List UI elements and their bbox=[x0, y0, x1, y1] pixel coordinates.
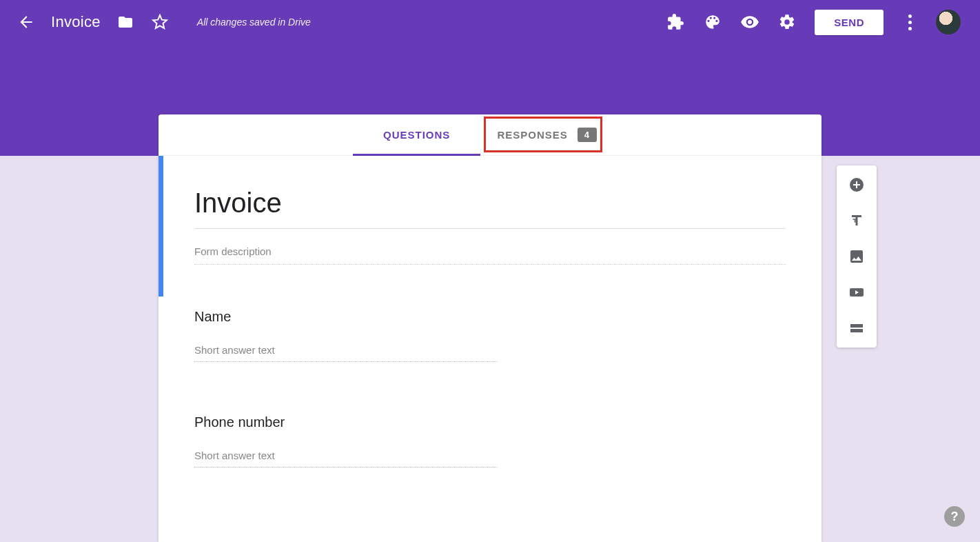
question-answer-placeholder: Short answer text bbox=[194, 341, 498, 362]
add-title-icon[interactable] bbox=[848, 212, 865, 229]
add-image-icon[interactable] bbox=[848, 248, 865, 265]
user-avatar[interactable] bbox=[936, 10, 961, 34]
preview-eye-icon[interactable] bbox=[740, 12, 759, 32]
question-title: Phone number bbox=[194, 414, 786, 430]
floating-toolbar bbox=[837, 165, 877, 348]
top-toolbar: Invoice All changes saved in Drive SEND bbox=[0, 0, 980, 44]
responses-count-badge: 4 bbox=[578, 128, 597, 142]
toolbar-right: SEND bbox=[666, 10, 980, 35]
addons-puzzle-icon[interactable] bbox=[666, 12, 685, 32]
form-description-input[interactable] bbox=[194, 229, 786, 265]
question-block[interactable]: Name Short answer text bbox=[159, 288, 821, 369]
settings-gear-icon[interactable] bbox=[777, 12, 797, 32]
svg-rect-2 bbox=[850, 329, 863, 332]
add-video-icon[interactable] bbox=[848, 284, 865, 301]
palette-icon[interactable] bbox=[703, 12, 722, 32]
form-title-input[interactable] bbox=[194, 183, 786, 229]
form-card: QUESTIONS RESPONSES 4 Name Short answer … bbox=[159, 114, 821, 542]
star-icon[interactable] bbox=[150, 12, 170, 32]
toolbar-left: Invoice All changes saved in Drive bbox=[0, 12, 311, 32]
form-tabs: QUESTIONS RESPONSES 4 bbox=[159, 114, 821, 156]
more-menu-icon[interactable] bbox=[901, 14, 918, 30]
question-title: Name bbox=[194, 309, 786, 325]
document-title[interactable]: Invoice bbox=[51, 13, 101, 31]
svg-rect-1 bbox=[850, 324, 863, 328]
add-section-icon[interactable] bbox=[848, 320, 865, 337]
question-block[interactable]: Phone number Short answer text bbox=[159, 369, 821, 474]
send-button[interactable]: SEND bbox=[815, 10, 884, 35]
back-arrow-icon[interactable] bbox=[17, 12, 36, 32]
folder-icon[interactable] bbox=[116, 12, 135, 32]
tab-responses-label: RESPONSES bbox=[497, 129, 567, 141]
help-button[interactable]: ? bbox=[944, 506, 965, 527]
tab-responses[interactable]: RESPONSES 4 bbox=[494, 114, 600, 155]
add-question-icon[interactable] bbox=[848, 177, 865, 193]
tab-questions[interactable]: QUESTIONS bbox=[380, 114, 453, 155]
question-answer-placeholder: Short answer text bbox=[194, 447, 498, 468]
save-status: All changes saved in Drive bbox=[197, 17, 311, 28]
form-header-block[interactable] bbox=[159, 156, 821, 288]
